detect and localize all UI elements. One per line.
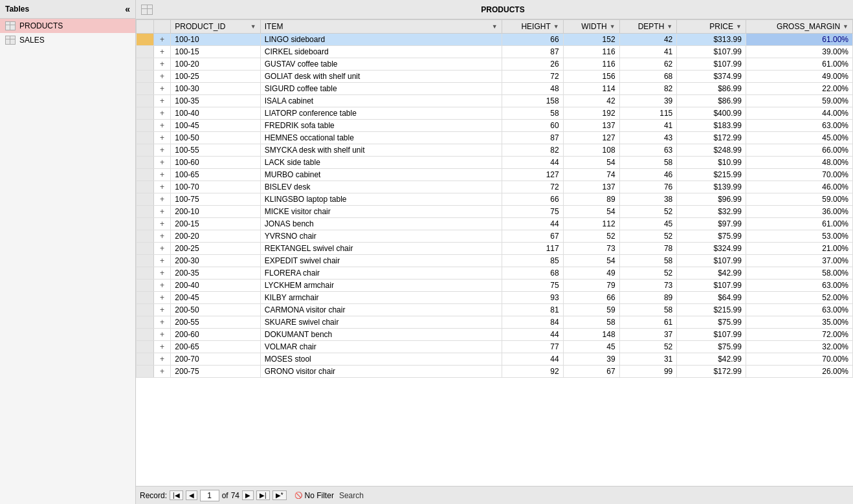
cell-height: 72 [502,181,563,193]
last-record-button[interactable]: ▶| [256,490,270,500]
cell-gross_margin: 22.00% [746,83,852,95]
table-row[interactable]: +200-25REKTANGEL swivel chair1177378$324… [137,243,853,255]
sidebar-item-sales[interactable]: SALES [0,33,135,47]
table-row[interactable]: +100-70BISLEV desk7213776$139.9946.00% [137,181,853,193]
cell-depth: 43 [619,132,677,144]
row-marker-cell [137,144,154,157]
table-row[interactable]: +100-30SIGURD coffee table4811482$86.992… [137,83,853,95]
table-row[interactable]: +100-20GUSTAV coffee table2611662$107.99… [137,58,853,71]
cell-product_id: 200-35 [171,267,260,279]
table-row[interactable]: +200-55SKUARE swivel chair845861$75.9935… [137,316,853,329]
cell-width: 114 [563,83,619,95]
cell-gross_margin: 59.00% [746,193,852,206]
row-marker-cell [137,292,154,304]
expand-cell[interactable]: + [153,292,171,304]
expand-cell[interactable]: + [153,95,171,107]
table-row[interactable]: +200-45KILBY armchair936689$64.9952.00% [137,292,853,304]
table-row[interactable]: +200-20YVRSNO chair675252$75.9953.00% [137,230,853,243]
table-row[interactable]: +100-15CIRKEL sideboard8711641$107.9939.… [137,46,853,58]
col-header-width[interactable]: WIDTH▼ [563,20,619,34]
col-header-item[interactable]: ITEM▼ [260,20,502,34]
row-marker-cell [137,46,154,58]
expand-cell[interactable]: + [153,58,171,71]
col-header-depth[interactable]: DEPTH▼ [619,20,677,34]
expand-cell[interactable]: + [153,144,171,157]
prev-record-button[interactable]: ◀ [186,490,197,500]
table-row[interactable]: +100-75KLINGSBO laptop table668938$96.99… [137,193,853,206]
expand-cell[interactable]: + [153,181,171,193]
col-header-expand [153,20,171,34]
row-marker-cell [137,206,154,218]
cell-width: 89 [563,193,619,206]
sort-icon-height: ▼ [553,23,559,30]
table-title-icon [141,5,153,15]
row-marker-cell [137,132,154,144]
sidebar: Tables « PRODUCTSSALES [0,0,136,504]
expand-cell[interactable]: + [153,83,171,95]
expand-cell[interactable]: + [153,341,171,353]
col-header-gross_margin[interactable]: GROSS_MARGIN▼ [746,20,852,34]
table-row[interactable]: +100-60LACK side table445458$10.9948.00% [137,157,853,169]
table-row[interactable]: +100-10LINGO sideboard6615242$313.9961.0… [137,34,853,46]
cell-height: 26 [502,58,563,71]
table-row[interactable]: +200-50CARMONA visitor chair815958$215.9… [137,304,853,316]
cell-width: 67 [563,366,619,378]
expand-cell[interactable]: + [153,132,171,144]
expand-cell[interactable]: + [153,46,171,58]
expand-cell[interactable]: + [153,107,171,120]
expand-cell[interactable]: + [153,329,171,341]
expand-cell[interactable]: + [153,316,171,329]
table-row[interactable]: +200-15JONAS bench4411245$97.9961.00% [137,218,853,230]
cell-gross_margin: 35.00% [746,316,852,329]
expand-cell[interactable]: + [153,255,171,267]
table-row[interactable]: +100-25GOLIAT desk with shelf unit721566… [137,71,853,83]
table-row[interactable]: +100-45FREDRIK sofa table6013741$183.996… [137,120,853,132]
expand-cell[interactable]: + [153,267,171,279]
expand-cell[interactable]: + [153,304,171,316]
expand-cell[interactable]: + [153,353,171,366]
current-record[interactable]: 1 [200,490,219,501]
expand-cell[interactable]: + [153,206,171,218]
table-row[interactable]: +200-30EXPEDIT swivel chair855458$107.99… [137,255,853,267]
new-record-button[interactable]: ▶* [272,490,287,500]
first-record-button[interactable]: |◀ [170,490,183,500]
expand-cell[interactable]: + [153,34,171,46]
table-row[interactable]: +100-65MURBO cabinet1277446$215.9970.00% [137,169,853,181]
next-record-button[interactable]: ▶ [242,490,254,500]
cell-price: $42.99 [677,267,746,279]
table-row[interactable]: +200-10MICKE visitor chair755452$32.9936… [137,206,853,218]
table-row[interactable]: +200-65VOLMAR chair774552$75.9932.00% [137,341,853,353]
expand-cell[interactable]: + [153,157,171,169]
cell-item: MOSES stool [260,353,502,366]
expand-cell[interactable]: + [153,366,171,378]
table-row[interactable]: +200-60DOKUMANT bench4414837$107.9972.00… [137,329,853,341]
expand-cell[interactable]: + [153,71,171,83]
table-row[interactable]: +100-50HEMNES occational table8712743$17… [137,132,853,144]
table-row[interactable]: +100-55SMYCKA desk with shelf unit821086… [137,144,853,157]
col-header-product_id[interactable]: PRODUCT_ID▼ [171,20,260,34]
expand-cell[interactable]: + [153,218,171,230]
table-row[interactable]: +200-35FLORERA chair684952$42.9958.00% [137,267,853,279]
collapse-icon[interactable]: « [125,4,130,14]
search-button[interactable]: Search [339,491,364,500]
col-header-height[interactable]: HEIGHT▼ [502,20,563,34]
table-container[interactable]: PRODUCT_ID▼ITEM▼HEIGHT▼WIDTH▼DEPTH▼PRICE… [136,19,853,486]
expand-cell[interactable]: + [153,169,171,181]
expand-cell[interactable]: + [153,120,171,132]
table-row[interactable]: +200-75GRONO visitor chair926799$172.992… [137,366,853,378]
total-records: 74 [231,491,239,500]
col-header-price[interactable]: PRICE▼ [677,20,746,34]
cell-price: $96.99 [677,193,746,206]
cell-depth: 37 [619,329,677,341]
sidebar-item-products[interactable]: PRODUCTS [0,19,135,33]
cell-height: 75 [502,279,563,292]
expand-cell[interactable]: + [153,193,171,206]
table-row[interactable]: +100-40LIATORP conference table58192115$… [137,107,853,120]
expand-cell[interactable]: + [153,230,171,243]
cell-item: ISALA cabinet [260,95,502,107]
expand-cell[interactable]: + [153,279,171,292]
table-row[interactable]: +200-40LYCKHEM armchair757973$107.9963.0… [137,279,853,292]
table-row[interactable]: +100-35ISALA cabinet1584239$86.9959.00% [137,95,853,107]
table-row[interactable]: +200-70MOSES stool443931$42.9970.00% [137,353,853,366]
expand-cell[interactable]: + [153,243,171,255]
